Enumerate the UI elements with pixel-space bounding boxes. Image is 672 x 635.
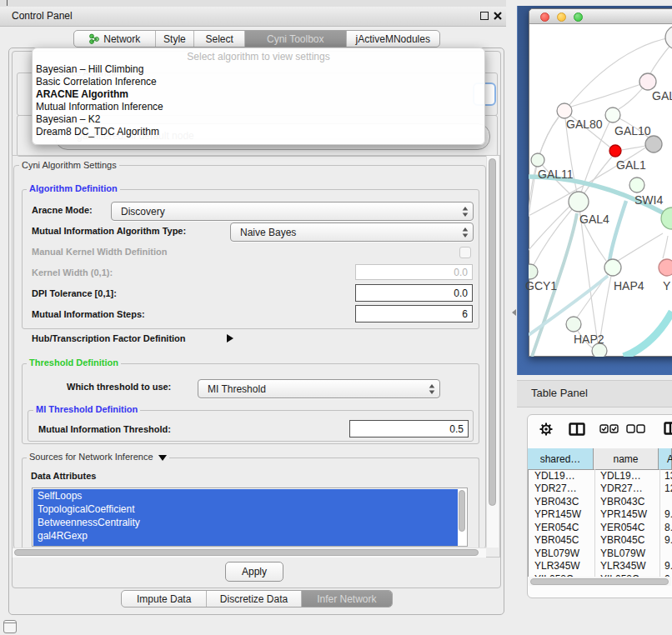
mi-steps-field[interactable]: 6 xyxy=(355,305,473,322)
hub-definition-label[interactable]: Hub/Transcription Factor Definition xyxy=(32,333,186,343)
tab-network-label: Network xyxy=(103,33,140,45)
table-panel-title: Table Panel xyxy=(531,387,588,399)
popup-item[interactable]: Basic Correlation Inference xyxy=(34,76,157,88)
popup-item-selected[interactable]: ARACNE Algorithm xyxy=(34,88,128,101)
list-item[interactable]: gal4RGexp xyxy=(33,529,458,542)
node-label: GAL1 xyxy=(616,158,646,172)
column-header-name[interactable]: name xyxy=(594,448,659,469)
tab-style-label: Style xyxy=(163,33,186,45)
control-panel-titlebar xyxy=(0,7,506,27)
column-header-clipped[interactable]: A xyxy=(659,448,672,469)
popup-item[interactable]: Mutual Information Inference xyxy=(34,101,163,113)
node-label: GAL80 xyxy=(566,118,603,131)
tab-jactivemnodules[interactable]: jActiveMNodules xyxy=(346,31,439,47)
mi-type-combobox[interactable]: Naive Bayes xyxy=(230,222,474,242)
application: Control Panel Network Style Select Cyni … xyxy=(0,0,672,635)
popup-item[interactable]: Bayesian – Hill Climbing xyxy=(34,63,143,76)
which-threshold-combobox[interactable]: MI Threshold xyxy=(198,379,440,398)
column-header-shared[interactable]: shared… xyxy=(528,448,594,469)
zoom-traffic-light[interactable] xyxy=(574,12,583,22)
table-horizontal-scrollbar-thumb[interactable] xyxy=(530,578,669,585)
table-header-row: shared… name A xyxy=(528,448,672,470)
mi-threshold-title: MI Threshold Definition xyxy=(33,404,140,414)
float-icon[interactable] xyxy=(480,12,489,20)
popup-item[interactable]: Dream8 DC_TDC Algorithm xyxy=(34,126,159,138)
list-item[interactable]: TopologicalCoefficient xyxy=(33,502,458,516)
select-all-icon[interactable] xyxy=(599,424,619,433)
which-threshold-label: Which threshold to use: xyxy=(67,382,171,392)
tab-infer-network-label: Infer Network xyxy=(317,593,376,605)
attribute-list-scrollbar[interactable] xyxy=(459,490,465,532)
tab-network[interactable]: Network xyxy=(74,31,155,47)
data-attributes-list[interactable]: SelfLoops TopologicalCoefficient Between… xyxy=(32,488,468,547)
table-row[interactable]: YPR145WYPR145W9. xyxy=(529,508,672,522)
table-row[interactable]: YBR043CYBR043C xyxy=(529,495,672,508)
tab-jactivemnodules-label: jActiveMNodules xyxy=(356,33,430,45)
algorithm-popup: Select algorithm to view settings Bayesi… xyxy=(32,48,485,145)
node-label: Y xyxy=(663,279,670,292)
dpi-tolerance-label: DPI Tolerance [0,1]: xyxy=(32,288,117,298)
node-label: GAL4 xyxy=(579,212,609,226)
node-label: HAP4 xyxy=(614,279,644,292)
node-table[interactable]: YDL19…YDL19…13 YDR27…YDR27…12 YBR043CYBR… xyxy=(528,469,672,577)
data-attributes-label: Data Attributes xyxy=(31,471,96,481)
mi-type-value: Naive Bayes xyxy=(240,227,296,238)
tab-select-label: Select xyxy=(206,33,233,45)
threshold-definition-title: Threshold Definition xyxy=(27,358,121,368)
tab-cyni-toolbox-label: Cyni Toolbox xyxy=(267,33,323,45)
close-traffic-light[interactable] xyxy=(540,12,549,22)
hub-expand-arrow-icon[interactable] xyxy=(227,334,233,342)
tab-select[interactable]: Select xyxy=(193,31,244,47)
sources-title-text: Sources for Network Inference xyxy=(29,452,153,462)
close-icon[interactable] xyxy=(493,11,503,21)
settings-horizontal-scrollbar-thumb[interactable] xyxy=(14,549,479,556)
aracne-mode-combobox[interactable]: Discovery xyxy=(111,202,474,221)
table-row[interactable]: YDL19…YDL19…13 xyxy=(529,469,672,482)
top-strip xyxy=(0,0,506,7)
tab-cyni-toolbox[interactable]: Cyni Toolbox xyxy=(244,31,345,47)
node-label: GAL11 xyxy=(538,168,574,181)
manual-kernel-checkbox[interactable] xyxy=(459,247,471,258)
tab-impute-data[interactable]: Impute Data xyxy=(122,591,206,607)
table-row[interactable]: YBR045CYBR045C9. xyxy=(529,534,672,548)
popup-item[interactable]: Bayesian – K2 xyxy=(34,113,100,126)
tab-discretize-data[interactable]: Discretize Data xyxy=(206,591,300,607)
cyni-bottom-tabs: Impute Data Discretize Data Infer Networ… xyxy=(121,590,393,608)
node-label: GAL7 xyxy=(652,89,672,102)
popup-prompt: Select algorithm to view settings xyxy=(33,51,484,62)
node-label: HAP2 xyxy=(574,332,604,346)
partial-icon[interactable] xyxy=(664,422,672,436)
combo-arrows-icon xyxy=(462,227,469,238)
manual-kernel-label: Manual Kernel Width Definition xyxy=(32,247,167,257)
table-row[interactable]: YDR27…YDR27…12 xyxy=(529,482,672,496)
dpi-tolerance-field[interactable]: 0.0 xyxy=(355,284,473,302)
control-panel-tabs: Network Style Select Cyni Toolbox jActiv… xyxy=(73,30,440,48)
table-row[interactable]: YER054CYER054C8. xyxy=(529,521,672,534)
splitter-collapse-icon[interactable] xyxy=(512,309,516,316)
network-icon xyxy=(88,33,99,44)
mi-steps-label: Mutual Information Steps: xyxy=(32,309,145,319)
minimize-traffic-light[interactable] xyxy=(557,12,566,22)
kernel-width-field[interactable]: 0.0 xyxy=(355,264,473,280)
tab-style[interactable]: Style xyxy=(155,31,194,47)
apply-button[interactable]: Apply xyxy=(225,562,283,582)
aracne-mode-label: Aracne Mode: xyxy=(32,205,93,215)
table-row[interactable]: YLR345WYLR345W9. xyxy=(529,560,672,573)
sources-collapse-arrow-icon[interactable] xyxy=(158,455,167,461)
columns-icon[interactable] xyxy=(569,422,585,437)
network-window-titlebar xyxy=(529,9,672,24)
node-label: SWI4 xyxy=(634,193,663,207)
deselect-all-icon[interactable] xyxy=(626,424,645,433)
table-row[interactable]: YBL079WYBL079W xyxy=(529,547,672,560)
top-tick xyxy=(7,0,8,6)
control-panel-title: Control Panel xyxy=(12,10,73,22)
mi-threshold-field[interactable]: 0.5 xyxy=(349,420,469,438)
node-label: GAL10 xyxy=(614,124,651,138)
gear-icon[interactable] xyxy=(539,422,554,437)
minimized-panel-icon[interactable] xyxy=(3,620,17,633)
list-item[interactable]: BetweennessCentrality xyxy=(33,516,458,529)
tab-infer-network[interactable]: Infer Network xyxy=(301,591,392,607)
settings-vertical-scrollbar-thumb[interactable] xyxy=(489,158,496,506)
network-canvas[interactable] xyxy=(529,23,672,357)
list-item[interactable]: SelfLoops xyxy=(33,489,458,502)
